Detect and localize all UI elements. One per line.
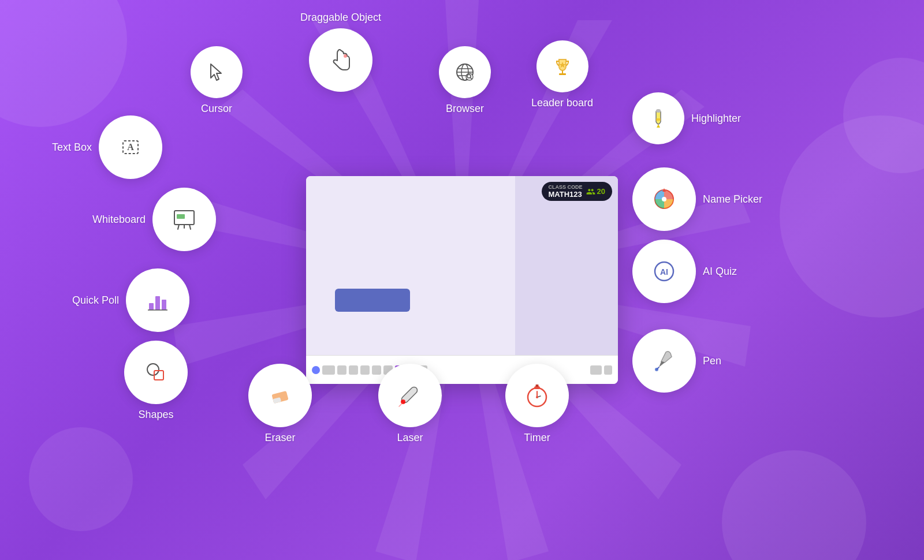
svg-text:A: A (127, 142, 134, 152)
feature-namepicker: Name Picker (632, 167, 762, 231)
quickpoll-button[interactable] (126, 268, 189, 332)
wb-draggable-rect (335, 289, 410, 312)
draggable-label: Draggable Object (300, 12, 381, 24)
laser-label: Laser (397, 432, 423, 444)
whiteboard-label: Whiteboard (92, 214, 146, 226)
svg-point-50 (655, 368, 658, 371)
svg-point-40 (401, 400, 405, 404)
feature-pen: Pen (632, 329, 721, 393)
aiquiz-label: AI Quiz (703, 266, 737, 278)
feature-browser: Browser (439, 46, 491, 115)
svg-line-30 (189, 225, 191, 229)
feature-laser: Laser (378, 364, 442, 444)
wb-class-name: MATH123 (549, 190, 582, 199)
wb-tool-5 (360, 365, 370, 375)
namepicker-label: Name Picker (703, 193, 762, 206)
leaderboard-label: Leader board (531, 97, 593, 109)
svg-point-13 (344, 54, 347, 58)
feature-quickpoll: Quick Poll (72, 268, 189, 332)
feature-whiteboard: Whiteboard (92, 188, 216, 251)
feature-cursor: Cursor (191, 46, 243, 115)
feature-textbox: A Text Box (52, 115, 162, 179)
laser-button[interactable] (378, 364, 442, 427)
svg-rect-33 (155, 296, 160, 310)
feature-leaderboard: Leader board (531, 40, 593, 109)
highlighter-button[interactable] (632, 92, 684, 144)
svg-marker-57 (657, 124, 660, 128)
leaderboard-button[interactable] (536, 40, 588, 92)
feature-eraser: Eraser (248, 364, 312, 444)
pen-label: Pen (703, 355, 721, 367)
browser-label: Browser (446, 103, 484, 115)
textbox-label: Text Box (52, 141, 92, 154)
shapes-button[interactable] (124, 341, 188, 404)
wb-sidebar-area (515, 176, 618, 355)
svg-point-36 (147, 364, 159, 375)
feature-draggable: Draggable Object (300, 12, 381, 92)
wb-tool-1 (312, 366, 320, 374)
wb-canvas-area (306, 176, 515, 355)
svg-rect-58 (656, 118, 661, 121)
svg-text:AI: AI (660, 267, 668, 277)
timer-label: Timer (524, 432, 550, 444)
cursor-label: Cursor (201, 103, 232, 115)
wb-tool-4 (349, 365, 358, 375)
wb-students-number: 20 (597, 187, 605, 196)
draggable-button[interactable] (309, 28, 372, 92)
wb-tool-r2 (604, 365, 612, 375)
whiteboard-button[interactable] (152, 188, 216, 251)
feature-timer: Timer (505, 364, 569, 444)
textbox-button[interactable]: A (99, 115, 162, 179)
wb-header-badge: CLASS CODE MATH123 20 (542, 182, 612, 201)
feature-highlighter: Highlighter (632, 92, 741, 144)
shapes-label: Shapes (138, 409, 173, 421)
svg-rect-34 (162, 300, 166, 310)
quickpoll-label: Quick Poll (72, 294, 119, 307)
wb-students-count: 20 (586, 187, 605, 196)
svg-point-54 (662, 197, 666, 201)
whiteboard-mockup: CLASS CODE MATH123 20 (306, 176, 618, 384)
browser-button[interactable] (439, 46, 491, 98)
svg-rect-23 (559, 73, 566, 75)
cursor-button[interactable] (191, 46, 243, 98)
feature-shapes: Shapes (124, 341, 188, 421)
svg-rect-56 (656, 109, 661, 113)
aiquiz-button[interactable]: AI (632, 240, 696, 303)
svg-rect-28 (177, 214, 185, 219)
svg-point-48 (536, 396, 538, 398)
pen-button[interactable] (632, 329, 696, 393)
svg-line-41 (399, 404, 401, 406)
svg-rect-32 (149, 303, 154, 310)
feature-aiquiz: AI AI Quiz (632, 240, 737, 303)
namepicker-button[interactable] (632, 167, 696, 231)
eraser-label: Eraser (264, 432, 295, 444)
highlighter-label: Highlighter (691, 113, 741, 125)
eraser-button[interactable] (248, 364, 312, 427)
wb-tool-r1 (590, 365, 602, 375)
svg-line-29 (178, 225, 179, 229)
wb-tool-2 (322, 365, 335, 375)
wb-tool-right (590, 365, 612, 375)
wb-toolbar (306, 355, 618, 384)
svg-rect-45 (536, 384, 539, 387)
wb-tool-3 (337, 365, 346, 375)
wb-class-code-label: CLASS CODE (549, 184, 583, 190)
timer-button[interactable] (505, 364, 569, 427)
